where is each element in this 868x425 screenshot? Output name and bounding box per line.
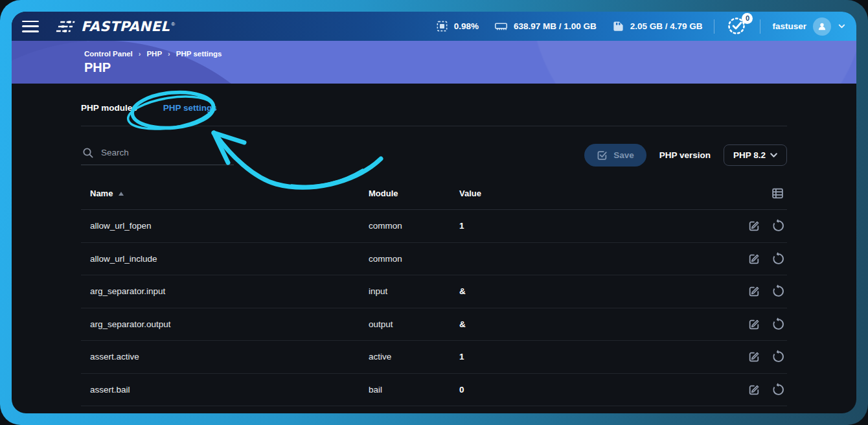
topbar-left: FASTPANEL ® [21,19,175,34]
fastpanel-logo[interactable]: FASTPANEL ® [57,19,175,34]
menu-button[interactable] [21,20,40,33]
topbar-divider [760,19,760,34]
breadcrumb-separator: › [168,50,170,58]
disk-usage-value: 2.05 GB / 4.79 GB [630,21,703,31]
edit-icon [748,219,761,233]
reset-setting-button[interactable] [771,317,784,331]
app-window: FASTPANEL ® 0.98% [12,12,856,413]
disk-usage-stat: 2.05 GB / 4.79 GB [612,20,703,32]
setting-module: input [369,286,459,296]
topbar-right: 0.98% 638.97 MB / 1.00 GB [436,16,846,38]
breadcrumb-separator: › [139,50,141,58]
reset-setting-button[interactable] [771,219,784,233]
edit-icon [748,350,761,363]
toolbar: Save PHP version PHP 8.2 [81,144,787,167]
setting-name: arg_separator.input [90,286,369,296]
setting-name: allow_url_include [90,254,369,264]
php-version-value: PHP 8.2 [733,150,766,160]
reset-icon [771,252,784,266]
toolbar-right: Save PHP version PHP 8.2 [584,144,787,167]
table-row: arg_separator.input input & [81,275,787,308]
logo-registered-mark: ® [171,21,175,27]
setting-value: & [459,319,730,329]
setting-value: 0 [459,385,730,395]
table-row: assert.bail bail 0 [81,374,787,407]
table-row: arg_separator.output output & [81,308,787,341]
column-header-value[interactable]: Value [459,189,730,198]
edit-icon [748,284,761,298]
column-header-name[interactable]: Name [90,189,369,198]
save-button[interactable]: Save [584,144,646,167]
breadcrumb-php[interactable]: PHP [146,50,162,58]
edit-setting-button[interactable] [748,252,761,266]
ram-usage-value: 638.97 MB / 1.00 GB [514,21,597,31]
setting-module: common [369,221,459,231]
table-row: allow_url_include common [81,243,787,276]
reset-setting-button[interactable] [771,284,784,298]
notifications-count-badge: 0 [742,13,753,24]
ram-icon [494,20,508,32]
tab-php-modules[interactable]: PHP modules [81,103,137,113]
reset-icon [771,219,784,233]
setting-module: active [369,352,459,362]
main-content: PHP modules PHP settings [12,84,856,413]
setting-name: arg_separator.output [90,319,369,329]
edit-setting-button[interactable] [748,284,761,298]
table-row: assert.active active 1 [81,341,787,374]
chevron-down-icon [769,150,779,160]
avatar [813,17,831,36]
settings-table-body: allow_url_fopen common 1 allow_url_inclu… [81,210,787,406]
table-row: allow_url_fopen common 1 [81,210,787,243]
edit-setting-button[interactable] [748,317,761,331]
breadcrumb-php-settings[interactable]: PHP settings [176,50,222,58]
setting-value: & [459,286,730,296]
setting-name: assert.active [90,352,369,362]
sort-asc-icon [119,192,124,196]
edit-icon [748,252,761,266]
php-version-label: PHP version [659,150,711,160]
chevron-down-icon [838,22,846,30]
reset-icon [771,350,784,363]
reset-setting-button[interactable] [771,350,784,363]
edit-icon [748,383,761,396]
tabs: PHP modules PHP settings [81,103,787,113]
reset-icon [771,284,784,298]
column-header-module[interactable]: Module [369,189,459,198]
edit-setting-button[interactable] [748,350,761,363]
search-field[interactable] [81,146,234,165]
search-input[interactable] [101,148,233,157]
table-columns-icon [771,187,784,200]
setting-name: assert.bail [90,385,369,395]
username: fastuser [772,21,806,31]
edit-setting-button[interactable] [748,219,761,233]
tab-php-settings[interactable]: PHP settings [163,103,217,113]
notifications-button[interactable]: 0 [726,16,748,38]
cpu-usage-value: 0.98% [454,21,479,31]
setting-module: common [369,254,459,264]
window-frame: FASTPANEL ® 0.98% [0,0,868,425]
breadcrumb-control-panel[interactable]: Control Panel [84,50,133,58]
breadcrumb: Control Panel › PHP › PHP settings [84,50,856,58]
setting-module: output [369,319,459,329]
tabs-divider [81,126,787,126]
table-header: Name Module Value [81,181,787,210]
edit-icon [748,317,761,331]
reset-setting-button[interactable] [771,383,784,396]
setting-value: 1 [459,352,730,362]
search-icon [82,147,94,159]
reset-setting-button[interactable] [771,252,784,266]
logo-sliders-icon [56,19,78,34]
user-menu[interactable]: fastuser [772,17,846,36]
cpu-icon [436,20,448,32]
setting-value: 1 [459,221,730,231]
php-version-select[interactable]: PHP 8.2 [724,144,787,166]
edit-setting-button[interactable] [748,383,761,396]
topbar-divider [714,19,714,34]
save-button-label: Save [613,150,634,160]
ram-usage-stat: 638.97 MB / 1.00 GB [494,20,597,32]
logo-text: FASTPANEL [81,19,170,34]
user-icon [817,21,827,32]
column-settings-button[interactable] [771,187,784,200]
cpu-usage-stat: 0.98% [436,20,479,32]
topbar: FASTPANEL ® 0.98% [12,12,856,41]
